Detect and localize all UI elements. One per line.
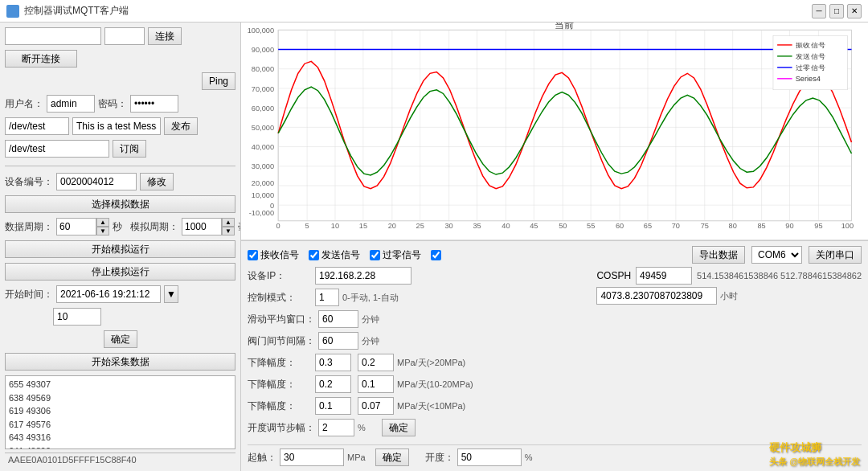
sub-topic-input[interactable] [5, 140, 109, 158]
drop1-label: 下降幅度： [248, 356, 312, 370]
interval-confirm-button[interactable]: 确定 [104, 330, 137, 348]
bottom-trigger-row: 起触： MPa 确定 开度： % [248, 444, 862, 466]
title-bar: 控制器调试MQTT客户端 ─ □ ✕ [0, 0, 868, 23]
server-ip-input[interactable] [5, 27, 101, 45]
server-row: 1883 连接 [5, 27, 235, 45]
checkbox-guoling[interactable] [370, 250, 380, 260]
checkbox-fasong-label[interactable]: 发送信号 [309, 248, 360, 262]
confirm-row: 确定 [5, 330, 235, 348]
svg-text:15: 15 [359, 222, 367, 230]
device-ip-input[interactable] [315, 267, 411, 285]
drop1-input1[interactable] [315, 354, 351, 371]
connect-button[interactable]: 连接 [148, 27, 182, 45]
subscribe-button[interactable]: 订阅 [113, 140, 146, 158]
log-line: 638 49569 [9, 391, 231, 405]
disconnect-row: 断开连接 [5, 50, 235, 68]
log-line: 641 49890 [9, 444, 231, 450]
export-button[interactable]: 导出数据 [692, 246, 745, 264]
password-label: 密码： [98, 97, 127, 111]
cosph-input[interactable] [636, 267, 692, 285]
trigger-field: 起触： MPa 确定 [248, 448, 409, 466]
checkbox-guoling-label[interactable]: 过零信号 [370, 248, 421, 262]
drop2-input2[interactable] [358, 375, 394, 393]
avg-window-input[interactable] [318, 310, 358, 328]
sim-period-up[interactable]: ▲ [222, 218, 235, 227]
svg-text:85: 85 [757, 222, 765, 230]
port-select[interactable]: COM6 [751, 246, 802, 264]
start-time-label: 开始时间： [5, 288, 53, 301]
drop2-input1[interactable] [315, 375, 351, 393]
server-port-input[interactable]: 1883 [104, 27, 145, 45]
checkbox-jieshou-label[interactable]: 接收信号 [248, 248, 299, 262]
close-button[interactable]: ✕ [847, 4, 862, 18]
svg-text:5: 5 [305, 222, 309, 230]
checkbox-jieshou[interactable] [248, 250, 258, 260]
password-input[interactable] [130, 95, 178, 113]
left-panel: 1883 连接 断开连接 Ping 用户名： 密码： 发布 订阅 [0, 23, 241, 471]
sample-unit: 秒 [113, 220, 122, 234]
start-collect-button[interactable]: 开始采集数据 [5, 353, 235, 371]
ping-button[interactable]: Ping [202, 72, 235, 90]
svg-text:90,000: 90,000 [252, 47, 274, 55]
opening-step-input[interactable] [318, 419, 354, 436]
controls-panel: 接收信号 发送信号 过零信号 导出数据 [241, 240, 868, 471]
device-id-label: 设备编号： [5, 175, 53, 189]
settings-confirm-button[interactable]: 确定 [382, 419, 416, 436]
minimize-button[interactable]: ─ [812, 4, 826, 18]
sim-start-button[interactable]: 开始模拟运行 [5, 240, 235, 258]
svg-text:45: 45 [530, 222, 538, 230]
modify-button[interactable]: 修改 [140, 173, 174, 190]
pub-message-input[interactable] [72, 117, 161, 135]
opening-step-label: 开度调节步幅： [248, 421, 315, 435]
publish-row: 发布 [5, 117, 235, 135]
sample-period-input[interactable] [56, 218, 96, 236]
trigger-confirm-button[interactable]: 确定 [375, 448, 409, 466]
sample-period-up[interactable]: ▲ [96, 218, 109, 227]
pub-topic-input[interactable] [5, 117, 69, 135]
select-sim-button[interactable]: 选择模拟数据 [5, 195, 235, 213]
collect-row: 开始采集数据 [5, 353, 235, 371]
sim-period-input[interactable] [182, 218, 222, 236]
ratio-window-input[interactable] [596, 287, 717, 305]
checkbox-extra[interactable] [431, 250, 441, 260]
control-mode-input[interactable] [315, 289, 339, 306]
checkbox-extra-label[interactable] [431, 250, 444, 260]
svg-text:30,000: 30,000 [252, 163, 274, 171]
close-port-button[interactable]: 关闭串口 [809, 246, 862, 264]
start-time-input[interactable] [56, 285, 161, 303]
publish-button[interactable]: 发布 [164, 117, 198, 135]
drop1-input2[interactable] [358, 354, 394, 371]
status-bar: AAEE0A0101D5FFFF15C88F40 [5, 453, 235, 466]
sim-stop-button[interactable]: 停止模拟运行 [5, 263, 235, 281]
opening-field: 开度： % [425, 448, 533, 466]
log-area: 655 49307638 49569619 49306617 49576643 … [5, 375, 235, 449]
drop2-row: 下降幅度： MPa/天(10-20MPa) [248, 375, 583, 393]
trigger-input[interactable] [280, 448, 344, 466]
svg-text:过零信号: 过零信号 [796, 63, 826, 72]
device-id-input[interactable] [56, 173, 137, 190]
opening-unit: % [525, 453, 533, 462]
sample-period-down[interactable]: ▼ [96, 227, 109, 236]
valve-gap-input[interactable] [318, 332, 358, 350]
svg-text:100: 100 [841, 222, 854, 230]
disconnect-button[interactable]: 断开连接 [5, 50, 77, 68]
svg-text:30: 30 [445, 222, 453, 230]
drop3-input1[interactable] [315, 397, 351, 415]
checkbox-fasong[interactable] [309, 250, 319, 260]
svg-text:50: 50 [559, 222, 567, 230]
log-line: 617 49576 [9, 418, 231, 432]
username-input[interactable] [47, 95, 95, 113]
drop2-label: 下降幅度： [248, 378, 312, 391]
drop3-input2[interactable] [358, 397, 394, 415]
sim-period-down[interactable]: ▼ [222, 227, 235, 236]
svg-text:40,000: 40,000 [252, 144, 274, 152]
svg-text:65: 65 [644, 222, 652, 230]
start-time-dropdown[interactable]: ▼ [164, 285, 178, 303]
restore-button[interactable]: □ [829, 4, 844, 18]
username-label: 用户名： [5, 97, 43, 111]
opening-input[interactable] [457, 448, 522, 466]
svg-text:75: 75 [701, 222, 709, 230]
drop3-row: 下降幅度： MPa/天(<10MPa) [248, 397, 583, 415]
main-chart: 100,000 90,000 80,000 70,000 60,000 50,0… [241, 23, 868, 240]
interval-input[interactable] [53, 308, 101, 326]
